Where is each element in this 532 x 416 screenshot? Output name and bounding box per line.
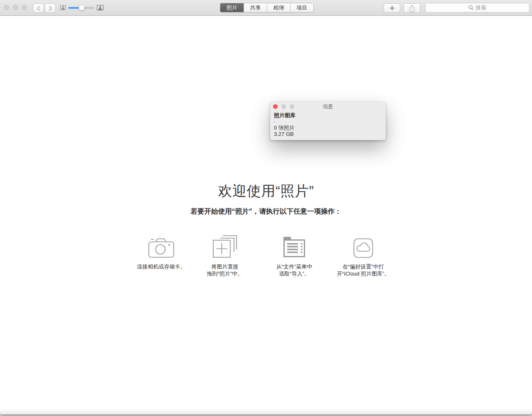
share-icon (409, 5, 415, 12)
tab-shared[interactable]: 共享 (244, 3, 267, 12)
info-window-controls (273, 104, 294, 109)
forward-button[interactable] (44, 3, 56, 13)
info-window-body: 照片图库 - 0 张照片 3.27 GB (270, 111, 386, 137)
share-button[interactable] (404, 3, 420, 13)
info-window[interactable]: 信息 照片图库 - 0 张照片 3.27 GB (270, 102, 386, 140)
camera-icon (148, 237, 175, 258)
tab-projects[interactable]: 项目 (290, 3, 313, 12)
library-name: 照片图库 (274, 112, 386, 118)
search-input[interactable]: 搜索 (425, 3, 530, 12)
library-dash: - (274, 118, 386, 125)
library-size: 3.27 GB (274, 131, 386, 137)
close-window-button[interactable] (4, 5, 9, 10)
tab-photos[interactable]: 照片 (220, 3, 244, 12)
drag-photos-icon (212, 235, 237, 258)
welcome-subtitle: 若要开始使用“照片”，请执行以下任意一项操作： (0, 207, 532, 216)
chevron-left-icon (36, 5, 41, 12)
toolbar: 照片 共享 相簿 项目 搜索 (0, 0, 532, 16)
welcome-title: 欢迎使用“照片” (0, 182, 532, 201)
window-bottom-edge (0, 409, 532, 414)
search-placeholder: 搜索 (475, 4, 486, 12)
window-controls (4, 5, 27, 10)
zoom-in-large-photo-icon[interactable] (97, 5, 103, 10)
zoom-window-button[interactable] (22, 5, 27, 10)
option-caption: 在“偏好设置”中打 开“iCloud 照片图库”。 (318, 263, 409, 277)
chevron-right-icon (48, 5, 53, 12)
back-button[interactable] (33, 3, 44, 13)
magnifier-icon (468, 5, 474, 10)
zoom-slider-thumb[interactable] (79, 5, 85, 11)
minimize-window-button[interactable] (13, 5, 18, 10)
photo-count: 0 张照片 (274, 125, 386, 131)
info-window-titlebar[interactable]: 信息 (270, 102, 386, 111)
info-zoom-button[interactable] (290, 104, 294, 109)
icloud-cloud-icon (353, 238, 373, 258)
plus-icon (389, 5, 395, 11)
tab-albums[interactable]: 相簿 (267, 3, 290, 12)
view-segmented-control: 照片 共享 相簿 项目 (220, 3, 314, 12)
info-close-button[interactable] (273, 104, 278, 109)
main-content: 信息 照片图库 - 0 张照片 3.27 GB 欢迎使用“照片” 若要开始使用“… (0, 16, 532, 414)
info-minimize-button[interactable] (281, 104, 286, 109)
option-icloud: 在“偏好设置”中打 开“iCloud 照片图库”。 (318, 234, 409, 277)
zoom-out-small-photo-icon[interactable] (60, 5, 66, 10)
photos-app-window: 照片 共享 相簿 项目 搜索 (0, 0, 532, 414)
file-menu-icon (283, 236, 306, 258)
add-button[interactable] (384, 3, 400, 13)
